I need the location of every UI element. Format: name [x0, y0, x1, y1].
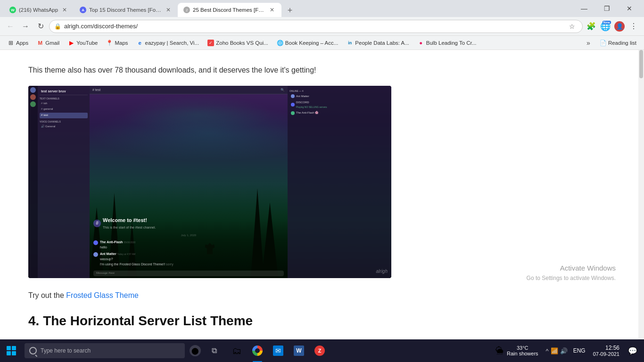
- message-input[interactable]: Message #test: [93, 271, 284, 276]
- bookmark-eazypay[interactable]: e eazypay | Search, Vi...: [133, 38, 203, 48]
- msg-avatar-antiflash: [93, 240, 98, 245]
- username-antiflash: The Anti-Flash 🌸: [296, 111, 318, 115]
- bookmark-maps[interactable]: 📍 Maps: [102, 38, 132, 48]
- language-indicator[interactable]: ENG: [571, 339, 587, 362]
- discord-messages: # Welcome to #test! This is the start of…: [90, 94, 288, 278]
- menu-button[interactable]: ⋮: [627, 20, 640, 33]
- weather-area[interactable]: 🌦 33°C Rain showers: [492, 339, 542, 362]
- taskbar-chrome[interactable]: [247, 339, 268, 362]
- reload-button[interactable]: ↻: [34, 20, 47, 33]
- new-tab-button[interactable]: +: [283, 4, 297, 17]
- close-button[interactable]: ✕: [619, 1, 640, 16]
- start-sq-3: [7, 351, 11, 355]
- tab-bar: W (216) WhatsApp ✕ A Top 15 Discord Them…: [4, 0, 573, 17]
- user-status-discord: Playing NO SELLING servers: [296, 105, 327, 109]
- bookmark-youtube[interactable]: ▶ YouTube: [64, 38, 101, 48]
- bookkeeping-favicon: 🌐: [277, 40, 283, 46]
- taskbar-search[interactable]: Type here to search: [25, 343, 185, 358]
- scrollbar-thumb[interactable]: [639, 50, 643, 78]
- article-text: This theme also has over 78 thousand dow…: [28, 64, 434, 76]
- taskbar-apps: 🗂 ✉ W Z: [226, 339, 330, 362]
- user-info-antiflash: The Anti-Flash 🌸: [296, 111, 318, 115]
- lock-icon: 🔒: [54, 23, 61, 30]
- scrollbar-track[interactable]: [638, 50, 644, 339]
- profile-button[interactable]: 👤: [613, 20, 626, 33]
- taskbar-file-explorer[interactable]: 🗂: [226, 339, 247, 362]
- reading-list-button[interactable]: 📄 Reading list: [596, 38, 640, 48]
- channel-voice-name: General: [45, 124, 55, 129]
- msg-text-2: I'm using the Frosted Glass Discord Them…: [100, 262, 173, 267]
- minimize-button[interactable]: —: [573, 1, 595, 16]
- tab-title-whatsapp: (216) WhatsApp: [19, 7, 58, 13]
- bookmark-bulb[interactable]: ● Bulb Leading To Cr...: [414, 38, 480, 48]
- nav-right-icons: 🧩 🌐 New 👤 ⋮: [585, 20, 640, 33]
- bookmark-maps-label: Maps: [115, 40, 128, 46]
- username-antimatter: Ant Matter: [296, 94, 309, 99]
- tab-whatsapp[interactable]: W (216) WhatsApp ✕: [4, 3, 74, 17]
- tab-top15[interactable]: A Top 15 Discord Themes [For Bett ✕: [74, 3, 178, 17]
- bookmark-zoho[interactable]: ✓ Zoho Books VS Qui...: [204, 38, 272, 48]
- welcome-sub: This is the start of the #test channel.: [103, 225, 156, 230]
- clock-area[interactable]: 12:56 07-09-2021: [589, 339, 623, 362]
- tab-close-top15[interactable]: ✕: [165, 6, 172, 14]
- clock-date: 07-09-2021: [593, 351, 619, 357]
- bookmark-zoho-label: Zoho Books VS Qui...: [216, 40, 268, 46]
- bookmark-apps[interactable]: ⊞ Apps: [4, 38, 32, 48]
- user-antimatter: Ant Matter: [289, 93, 389, 100]
- msg-author-antimatter: Ant Matter: [100, 252, 117, 255]
- maximize-button[interactable]: ❐: [596, 1, 618, 16]
- window-controls: — ❐ ✕: [573, 1, 640, 16]
- bookmark-gmail[interactable]: M Gmail: [33, 38, 63, 48]
- text-channels-label: TEXT CHANNELS: [40, 97, 88, 100]
- notification-icon: 💬: [628, 346, 637, 355]
- bookmarks-chevron[interactable]: »: [584, 38, 593, 48]
- discord-channel-bar: test server bruv TEXT CHANNELS # tsh # g…: [38, 86, 90, 278]
- user-av-discord: [291, 103, 295, 107]
- taskbar-mail[interactable]: ✉: [268, 339, 289, 362]
- taskbar-word[interactable]: W: [289, 339, 309, 362]
- extensions-button[interactable]: 🧩: [585, 20, 598, 33]
- taskbar-extra-app[interactable]: Z: [309, 339, 330, 362]
- tab-favicon-whatsapp: W: [9, 7, 16, 13]
- server-name: test server bruv: [40, 88, 88, 95]
- back-button[interactable]: ←: [4, 20, 17, 33]
- start-button[interactable]: [0, 339, 23, 362]
- address-bar[interactable]: 🔒 alrigh.com/discord-themes/ ☆: [49, 20, 583, 33]
- discord-right-panel: ONLINE — 4 Ant Matter DISCORD: [288, 86, 391, 278]
- new-badge-button[interactable]: 🌐 New: [599, 20, 612, 33]
- cortana-button[interactable]: ⬤: [187, 342, 204, 359]
- msg-avatar-antimatter: [93, 252, 98, 257]
- tab-title-top15: Top 15 Discord Themes [For Bett: [89, 7, 162, 13]
- bookmark-bookkeeping[interactable]: 🌐 Book Keeping – Acc...: [273, 38, 342, 48]
- task-view-button[interactable]: ⧉: [204, 339, 224, 362]
- header-search: 🔍: [281, 87, 285, 92]
- bookmark-bookkeeping-label: Book Keeping – Acc...: [285, 40, 339, 46]
- tray-network-icon[interactable]: 📶: [551, 347, 558, 354]
- forward-button[interactable]: →: [19, 20, 32, 33]
- taskbar: Type here to search ⬤ ⧉ 🗂 ✉: [0, 339, 644, 362]
- language-text: ENG: [573, 347, 586, 354]
- bookmark-peopledata[interactable]: in People Data Labs: A...: [343, 38, 413, 48]
- weather-temp: 33°C: [517, 345, 528, 351]
- msg-text-antiflash: hello: [100, 245, 135, 250]
- search-placeholder: Type here to search: [41, 347, 91, 354]
- star-icon[interactable]: ☆: [566, 21, 578, 32]
- tab-close-25best[interactable]: ✕: [268, 6, 276, 14]
- peopledata-favicon: in: [347, 40, 353, 46]
- chrome-center: [255, 348, 260, 353]
- tray-expand-icon[interactable]: ^: [546, 347, 549, 354]
- username-discord: DISCORD: [296, 100, 327, 105]
- discord-welcome: # Welcome to #test! This is the start of…: [93, 216, 284, 230]
- channel-voice-general: 🔊 General: [40, 124, 88, 130]
- notification-button[interactable]: 💬: [625, 339, 640, 362]
- word-icon: W: [294, 346, 304, 356]
- tray-volume-icon[interactable]: 🔊: [560, 347, 568, 354]
- nav-bar: ← → ↻ 🔒 alrigh.com/discord-themes/ ☆ 🧩 🌐…: [0, 17, 644, 36]
- tab-close-whatsapp[interactable]: ✕: [61, 6, 68, 14]
- tab-25best[interactable]: 2 25 Best Discord Themes [For Bet ✕: [178, 3, 281, 17]
- maps-favicon: 📍: [106, 40, 113, 46]
- start-sq-1: [7, 346, 11, 350]
- frosted-glass-link[interactable]: Frosted Glass Theme: [66, 291, 139, 299]
- welcome-title: Welcome to #test!: [103, 216, 156, 225]
- search-icon: [29, 347, 37, 354]
